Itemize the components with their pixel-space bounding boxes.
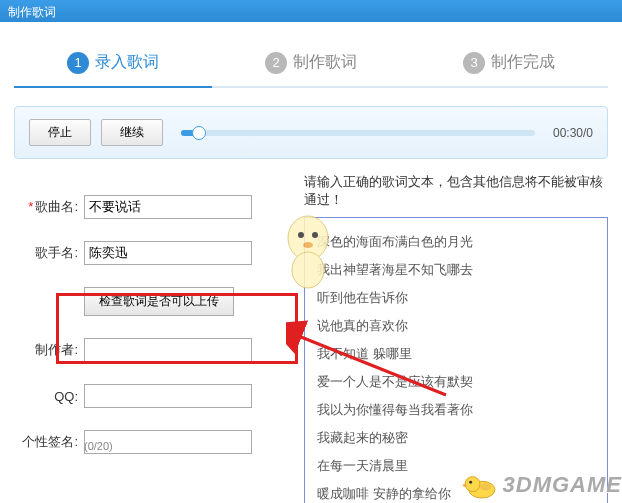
qq-input[interactable] [84,384,252,408]
step-1[interactable]: 1录入歌词 [14,42,212,86]
duck-icon [461,471,499,499]
step-tabs: 1录入歌词 2制作歌词 3制作完成 [14,42,608,88]
resume-button[interactable]: 继续 [101,119,163,146]
progress-track [181,130,535,136]
time-display: 00:30/0 [553,126,593,140]
progress-thumb[interactable] [192,126,206,140]
audio-player: 停止 继续 00:30/0 [14,106,608,159]
step-3[interactable]: 3制作完成 [410,42,608,86]
singer-name-label: 歌手名: [14,244,78,262]
singer-name-input[interactable] [84,241,252,265]
lyric-line: 说他真的喜欢你 [317,312,595,340]
lyric-line: 深色的海面布满白色的月光 [317,228,595,256]
song-name-label: *歌曲名: [14,198,78,216]
step-3-num: 3 [463,52,485,74]
window-titlebar: 制作歌词 [0,0,622,22]
lyric-line: 听到他在告诉你 [317,284,595,312]
signature-label: 个性签名: [14,433,78,451]
lyric-line: 我出神望著海星不知飞哪去 [317,256,595,284]
lyrics-textarea[interactable]: 深色的海面布满白色的月光 我出神望著海星不知飞哪去 听到他在告诉你 说他真的喜欢… [304,217,608,503]
svg-point-8 [469,481,472,484]
step-3-label: 制作完成 [491,53,555,70]
svg-point-7 [465,477,480,492]
form-panel: *歌曲名: 歌手名: 检查歌词是否可以上传 制作者: QQ: 个性签名: (0/… [14,173,294,503]
watermark: 3DMGAME [461,471,622,499]
song-name-input[interactable] [84,195,252,219]
lyric-line: 爱一个人是不是应该有默契 [317,368,595,396]
lyric-line: 我以为你懂得每当我看著你 [317,396,595,424]
lyric-line: 我藏起来的秘密 [317,424,595,452]
lyrics-panel: 请输入正确的歌词文本，包含其他信息将不能被审核通过！ 深色的海面布满白色的月光 … [304,173,608,503]
step-1-label: 录入歌词 [95,53,159,70]
step-2-num: 2 [265,52,287,74]
qq-label: QQ: [14,389,78,404]
svg-point-9 [480,483,491,490]
step-2[interactable]: 2制作歌词 [212,42,410,86]
progress-bar[interactable] [181,130,535,136]
watermark-text: 3DMGAME [503,472,622,498]
check-upload-button[interactable]: 检查歌词是否可以上传 [84,287,234,316]
author-input[interactable] [84,338,252,362]
lyrics-hint: 请输入正确的歌词文本，包含其他信息将不能被审核通过！ [304,173,608,209]
lyric-line: 我不知道 躲哪里 [317,340,595,368]
author-label: 制作者: [14,341,78,359]
step-1-num: 1 [67,52,89,74]
step-2-label: 制作歌词 [293,53,357,70]
stop-button[interactable]: 停止 [29,119,91,146]
window-title: 制作歌词 [8,5,56,19]
